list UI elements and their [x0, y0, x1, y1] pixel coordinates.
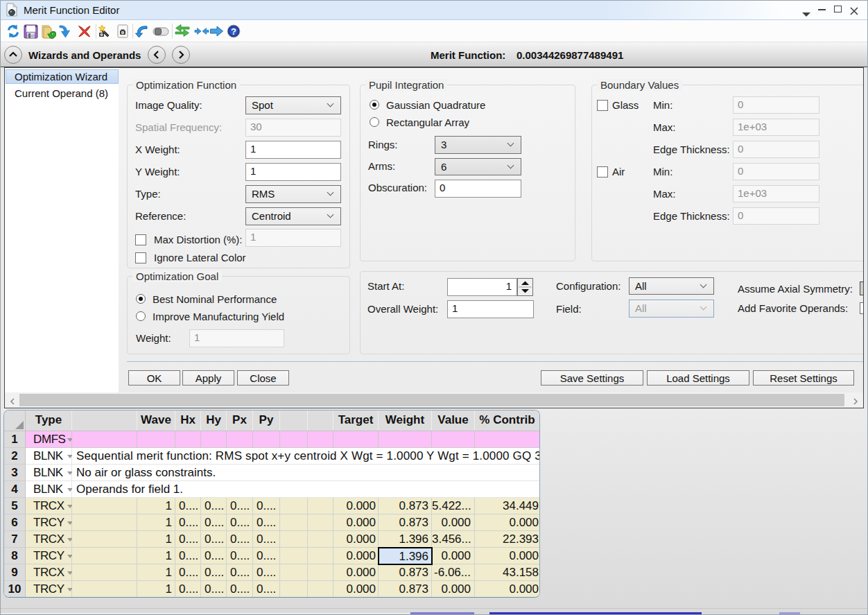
svg-text:?: ?: [231, 26, 236, 37]
